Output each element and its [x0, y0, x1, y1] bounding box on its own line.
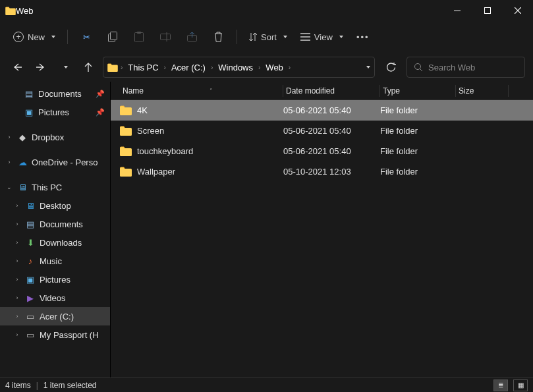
- copy-button[interactable]: [101, 26, 125, 47]
- new-label: New: [28, 32, 45, 42]
- nav-item-onedrive[interactable]: › ☁ OneDrive - Perso: [0, 153, 110, 171]
- nav-item[interactable]: › ▭ Acer (C:): [0, 307, 110, 325]
- file-name: touchkeyboard: [137, 146, 193, 156]
- new-button[interactable]: + New: [8, 26, 61, 47]
- nav-item[interactable]: › 🖥 Desktop: [0, 196, 110, 215]
- folder-icon: [107, 63, 118, 72]
- nav-item-documents-pinned[interactable]: ▤ Documents 📌: [0, 84, 110, 103]
- expand-icon[interactable]: ›: [5, 159, 13, 165]
- column-header-date[interactable]: Date modified: [283, 85, 380, 97]
- paste-icon: [134, 32, 144, 42]
- svg-rect-4: [135, 33, 144, 42]
- navigation-pane: ▤ Documents 📌 ▣ Pictures 📌 › ◆ Dropbox ›…: [0, 82, 111, 378]
- onedrive-icon: ☁: [17, 157, 28, 167]
- chevron-right-icon[interactable]: ›: [121, 64, 123, 71]
- rename-button[interactable]: [154, 26, 177, 47]
- breadcrumb-item[interactable]: Windows: [215, 61, 256, 74]
- chevron-right-icon[interactable]: ›: [258, 64, 260, 71]
- chevron-right-icon[interactable]: ›: [289, 64, 291, 71]
- breadcrumb-item[interactable]: This PC: [125, 61, 161, 74]
- breadcrumb-item[interactable]: Acer (C:): [169, 61, 208, 74]
- window-folder-icon: [5, 7, 16, 15]
- expand-icon[interactable]: ›: [13, 258, 21, 264]
- recent-locations-button[interactable]: [55, 58, 74, 76]
- file-row[interactable]: Screen 05-06-2021 05:40 File folder: [111, 121, 533, 141]
- chevron-right-icon[interactable]: ›: [211, 64, 213, 71]
- view-button[interactable]: View: [295, 26, 349, 47]
- pictures-icon: ▣: [24, 107, 34, 117]
- delete-button[interactable]: [206, 26, 230, 47]
- nav-item[interactable]: › ♪ Music: [0, 252, 110, 270]
- expand-icon[interactable]: ›: [13, 331, 21, 338]
- file-row[interactable]: 4K 05-06-2021 05:40 File folder: [111, 100, 533, 121]
- forward-button[interactable]: [32, 58, 50, 76]
- nav-label: Pictures: [38, 107, 69, 117]
- breadcrumb[interactable]: › This PC › Acer (C:) › Windows › Web ›: [103, 57, 375, 78]
- nav-item[interactable]: › ⬇ Downloads: [0, 233, 110, 252]
- videos-icon: ▶: [25, 293, 36, 303]
- refresh-button[interactable]: [380, 57, 401, 78]
- file-date: 05-06-2021 05:40: [283, 126, 380, 136]
- folder-icon: [120, 126, 132, 136]
- details-view-button[interactable]: ≣: [493, 379, 508, 391]
- nav-item[interactable]: › ▶ Videos: [0, 289, 110, 307]
- column-header-name[interactable]: Name˄: [120, 85, 283, 97]
- file-row[interactable]: touchkeyboard 05-06-2021 05:40 File fold…: [111, 141, 533, 161]
- window-title: Web: [16, 6, 442, 16]
- expand-icon[interactable]: ›: [13, 276, 21, 283]
- column-header-size[interactable]: Size: [456, 85, 509, 97]
- drive-icon: ▭: [25, 311, 36, 322]
- nav-label: OneDrive - Perso: [32, 157, 98, 167]
- nav-item-pictures-pinned[interactable]: ▣ Pictures 📌: [0, 103, 110, 121]
- rename-icon: [160, 32, 171, 42]
- chevron-down-icon: [64, 66, 68, 69]
- file-name: Wallpaper: [137, 167, 175, 177]
- expand-icon[interactable]: ›: [5, 134, 13, 140]
- column-headers: Name˄ Date modified Type Size: [111, 82, 533, 100]
- downloads-icon: ⬇: [25, 237, 36, 248]
- refresh-icon: [386, 63, 396, 72]
- close-button[interactable]: [503, 0, 533, 21]
- svg-rect-5: [137, 32, 141, 34]
- minimize-button[interactable]: [442, 0, 472, 21]
- documents-icon: ▤: [25, 219, 36, 229]
- chevron-down-icon[interactable]: [366, 66, 370, 69]
- svg-rect-3: [110, 32, 117, 40]
- more-button[interactable]: •••: [351, 26, 375, 47]
- nav-item-dropbox[interactable]: › ◆ Dropbox: [0, 128, 110, 146]
- nav-label: This PC: [32, 182, 62, 192]
- chevron-right-icon[interactable]: ›: [164, 64, 166, 71]
- nav-item[interactable]: › ▤ Documents: [0, 215, 110, 233]
- back-button[interactable]: [8, 58, 26, 76]
- expand-icon[interactable]: ›: [13, 239, 21, 246]
- svg-rect-0: [454, 11, 461, 11]
- more-icon: •••: [356, 32, 370, 42]
- view-icon: [300, 33, 310, 41]
- address-bar-row: › This PC › Acer (C:) › Windows › Web › …: [0, 53, 533, 82]
- breadcrumb-item[interactable]: Web: [263, 61, 286, 74]
- share-button[interactable]: [180, 26, 204, 47]
- desktop-icon: 🖥: [25, 200, 36, 211]
- expand-icon[interactable]: ›: [13, 221, 21, 227]
- sort-button[interactable]: Sort: [244, 26, 293, 47]
- column-header-type[interactable]: Type: [380, 85, 456, 97]
- maximize-button[interactable]: [472, 0, 503, 21]
- expand-icon[interactable]: ›: [13, 294, 21, 301]
- search-placeholder: Search Web: [428, 63, 475, 72]
- file-row[interactable]: Wallpaper 05-10-2021 12:03 File folder: [111, 161, 533, 182]
- expand-icon[interactable]: ›: [13, 202, 21, 209]
- file-type: File folder: [380, 105, 456, 115]
- nav-label: Downloads: [40, 238, 82, 248]
- collapse-icon[interactable]: ⌄: [5, 184, 13, 190]
- nav-item[interactable]: › ▣ Pictures: [0, 270, 110, 289]
- thumbnails-view-button[interactable]: ▦: [513, 379, 528, 391]
- cut-button[interactable]: ✂: [74, 26, 98, 47]
- search-input[interactable]: Search Web: [407, 57, 525, 78]
- nav-item[interactable]: › ▭ My Passport (H: [0, 325, 110, 344]
- up-button[interactable]: [79, 58, 98, 76]
- arrow-right-icon: [36, 63, 45, 72]
- nav-item-this-pc[interactable]: ⌄ 🖥 This PC: [0, 178, 110, 196]
- svg-line-10: [420, 69, 423, 72]
- paste-button[interactable]: [127, 26, 151, 47]
- expand-icon[interactable]: ›: [13, 313, 21, 320]
